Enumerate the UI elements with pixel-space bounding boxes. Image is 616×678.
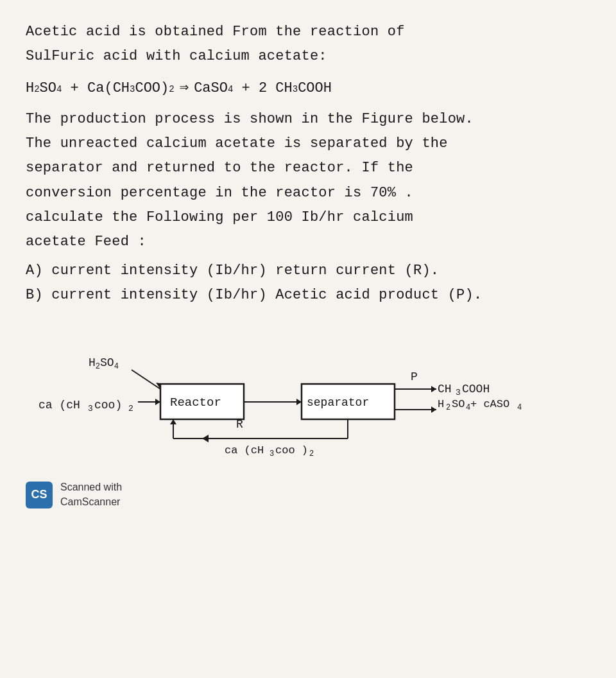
line6: separator and returned to the reactor. I… <box>26 157 590 180</box>
footer: CS Scanned with CamScanner <box>26 480 590 509</box>
diagram-svg: H2SO4 ca (cH 3 coo) 2 Reactor separator … <box>32 333 584 461</box>
ch3cooh-label: CH <box>438 383 452 396</box>
p-label: P <box>411 370 418 383</box>
ca-feed-label: ca (cH <box>38 399 80 412</box>
svg-text:4: 4 <box>517 403 522 412</box>
svg-text:2: 2 <box>446 403 450 412</box>
eq-caso4: CaSO <box>194 76 228 101</box>
svg-text:3: 3 <box>270 449 274 458</box>
line5: The unreacted calcium acetate is separat… <box>26 132 590 155</box>
page-content: Acetic acid is obtained From the reactio… <box>26 21 590 509</box>
svg-text:2: 2 <box>309 449 314 458</box>
svg-line-3 <box>132 370 160 389</box>
eq-h2: H <box>26 76 34 101</box>
intro-line2: SulFuric acid with calcium acetate: <box>26 45 590 68</box>
svg-marker-10 <box>431 386 436 392</box>
svg-text:3: 3 <box>88 404 93 413</box>
eq-plus1: + Ca(CH <box>62 76 130 101</box>
intro-text: Acetic acid is obtained From the reactio… <box>26 21 590 69</box>
footer-text: Scanned with CamScanner <box>60 480 122 509</box>
intro-line1: Acetic acid is obtained From the reactio… <box>26 21 590 44</box>
svg-marker-14 <box>431 406 436 413</box>
products-label: H <box>438 398 444 410</box>
eq-arrow: ⇒ <box>180 74 189 101</box>
eq-coo2: COO) <box>135 76 169 101</box>
process-diagram: H2SO4 ca (cH 3 coo) 2 Reactor separator … <box>26 333 590 461</box>
eq-so4: SO <box>40 76 56 101</box>
questions: A) current intensity (Ib/hr) return curr… <box>26 259 590 308</box>
line8: calculate the Following per 100 Ib/hr ca… <box>26 206 590 229</box>
h2so4-label: H2SO4 <box>89 356 119 371</box>
chemical-equation: H2SO4 + Ca(CH3COO)2⇒CaSO4 + 2 CH3COOH <box>26 74 590 101</box>
separator-label: separator <box>307 396 369 409</box>
svg-text:SO: SO <box>452 398 465 410</box>
footer-line2: CamScanner <box>60 495 122 509</box>
r-label: R <box>236 418 243 431</box>
footer-line1: Scanned with <box>60 480 122 494</box>
line9: acetate Feed : <box>26 230 590 254</box>
eq-cooh: COOH <box>298 76 332 101</box>
svg-text:coo): coo) <box>94 399 122 412</box>
svg-text:COOH: COOH <box>462 383 490 396</box>
question-a: A) current intensity (Ib/hr) return curr… <box>26 259 590 282</box>
svg-marker-22 <box>202 435 209 442</box>
line4: The production process is shown in the F… <box>26 108 590 131</box>
recycle-label: ca (cH <box>225 444 264 456</box>
cs-badge: CS <box>26 482 53 509</box>
svg-text:3: 3 <box>456 388 461 397</box>
svg-text:+ cASO: + cASO <box>470 398 509 410</box>
eq-plus2: + 2 CH <box>233 76 292 101</box>
question-b: B) current intensity (Ib/hr) Acetic acid… <box>26 284 590 307</box>
line7: conversion percentage in the reactor is … <box>26 182 590 205</box>
svg-text:coo ): coo ) <box>275 444 308 456</box>
reactor-label: Reactor <box>170 396 221 410</box>
problem-text: The production process is shown in the F… <box>26 108 590 254</box>
svg-text:2: 2 <box>128 404 133 413</box>
